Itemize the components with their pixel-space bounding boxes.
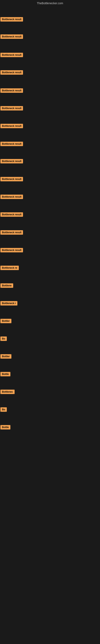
bottleneck-result-badge[interactable]: Bottle (0, 372, 10, 376)
bottleneck-badge-row: Bottler (0, 354, 11, 360)
bottleneck-badge-row: Bottle (0, 372, 10, 377)
bottleneck-badge-row: Bottleneck result (0, 248, 23, 253)
site-title: TheBottlenecker.com (0, 0, 100, 6)
bottleneck-result-badge[interactable]: Bo (0, 407, 7, 412)
bottleneck-badge-row: Bottle (0, 425, 10, 430)
bottleneck-badge-row: Bottleneck result (0, 70, 23, 76)
bottleneck-result-badge[interactable]: Bottle (0, 425, 10, 430)
bottleneck-badge-row: Bottleneck result (0, 17, 23, 22)
bottleneck-badge-row: Bottleneck result (0, 194, 23, 200)
bottleneck-badge-row: Bottleneck re (0, 266, 19, 271)
bottleneck-badge-row: Bottleneck result (0, 177, 23, 182)
bottleneck-badge-row: Bottler (0, 319, 11, 324)
bottleneck-result-badge[interactable]: Bo (0, 336, 7, 341)
bottleneck-result-badge[interactable]: Bottleneck result (0, 70, 23, 75)
bottleneck-result-badge[interactable]: Bottleneck result (0, 34, 23, 39)
bottleneck-badge-row: Bottleneck r (0, 301, 17, 306)
bottleneck-result-badge[interactable]: Bottleneck result (0, 230, 23, 235)
bottleneck-result-badge[interactable]: Bottleneck result (0, 106, 23, 110)
bottleneck-result-badge[interactable]: Bottleneck re (0, 266, 19, 270)
bottleneck-badge-row: Bottleneck result (0, 212, 23, 218)
bottleneck-badge-row: Bottlene (0, 283, 13, 288)
bottleneck-result-badge[interactable]: Bottleneck result (0, 248, 23, 252)
bottleneck-badge-row: Bottleneck result (0, 124, 23, 129)
bottleneck-badge-row: Bottleneck result (0, 106, 23, 111)
bottleneck-result-badge[interactable]: Bottleneck r (0, 301, 17, 306)
bottleneck-result-badge[interactable]: Bottleneck result (0, 177, 23, 181)
bottleneck-badge-row: Bottlenec (0, 390, 15, 395)
bottleneck-result-badge[interactable]: Bottleneck result (0, 194, 23, 199)
bottleneck-result-badge[interactable]: Bottleneck result (0, 212, 23, 217)
bottleneck-result-badge[interactable]: Bottlene (0, 283, 13, 288)
bottleneck-result-badge[interactable]: Bottleneck result (0, 88, 23, 93)
bottleneck-badge-row: Bo (0, 407, 7, 412)
bottleneck-result-badge[interactable]: Bottlenec (0, 390, 15, 394)
bottleneck-result-badge[interactable]: Bottleneck result (0, 124, 23, 128)
bottleneck-badge-row: Bottleneck result (0, 53, 23, 58)
bottleneck-badge-row: Bottleneck result (0, 142, 23, 147)
bottleneck-result-badge[interactable]: Bottler (0, 319, 11, 323)
bottleneck-result-badge[interactable]: Bottler (0, 354, 11, 359)
bottleneck-result-badge[interactable]: Bottleneck result (0, 17, 23, 22)
bottleneck-result-badge[interactable]: Bottleneck result (0, 142, 23, 146)
bottleneck-badge-row: Bottleneck result (0, 159, 23, 164)
bottleneck-badge-row: Bottleneck result (0, 230, 23, 236)
bottleneck-result-badge[interactable]: Bottleneck result (0, 53, 23, 57)
bottleneck-badge-row: Bottleneck result (0, 88, 23, 94)
bottleneck-badge-row: Bottleneck result (0, 34, 23, 40)
bottleneck-badge-row: Bo (0, 336, 7, 342)
bottleneck-result-badge[interactable]: Bottleneck result (0, 159, 23, 164)
